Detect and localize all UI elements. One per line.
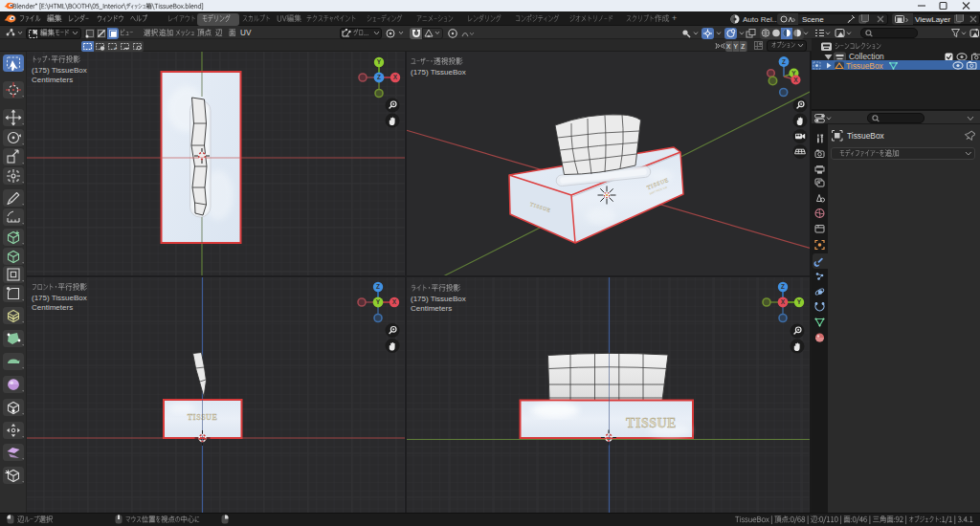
svg-text:+: + — [114, 45, 118, 51]
svg-text:TISSUE: TISSUE — [626, 416, 677, 430]
svg-text:Centimeters: Centimeters — [411, 304, 452, 313]
svg-text:(175) TissueBox: (175) TissueBox — [32, 294, 87, 302]
svg-text:Centimeters: Centimeters — [32, 76, 73, 84]
svg-text:Y: Y — [797, 298, 802, 305]
svg-text:Y: Y — [377, 58, 382, 65]
svg-text:Z: Z — [781, 283, 785, 290]
svg-text:Z: Z — [782, 58, 786, 65]
svg-text:X: X — [393, 74, 398, 80]
svg-text:X: X — [392, 298, 397, 305]
svg-text:X: X — [793, 77, 798, 83]
svg-text:(175) TissueBox: (175) TissueBox — [411, 295, 466, 303]
svg-text:X: X — [781, 298, 786, 305]
svg-text:(175) TissueBox: (175) TissueBox — [411, 68, 466, 77]
svg-text:Z: Z — [377, 74, 381, 80]
svg-text:Z: Z — [376, 283, 380, 290]
svg-text:Centimeters: Centimeters — [32, 303, 73, 312]
svg-text:(175) TissueBox: (175) TissueBox — [32, 66, 87, 75]
svg-text:Y: Y — [376, 298, 381, 305]
